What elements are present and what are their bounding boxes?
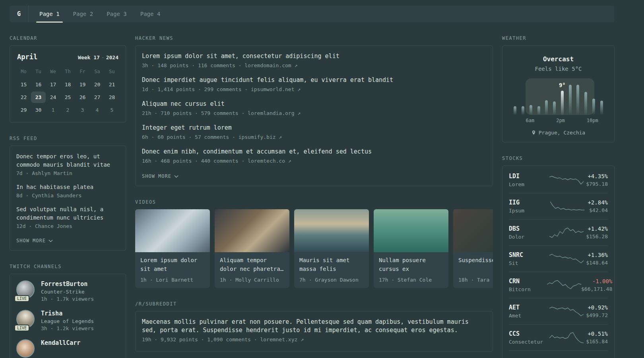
calendar-day: 29: [16, 104, 31, 116]
stock-change: +4.35%: [586, 173, 608, 179]
stock-ticker: CRN: [509, 278, 547, 285]
rss-show-more-button[interactable]: SHOW MORE: [16, 238, 53, 243]
hackernews-item-title[interactable]: Lorem ipsum dolor sit amet, consectetur …: [142, 52, 486, 60]
hackernews-show-more-button[interactable]: SHOW MORE: [142, 173, 178, 179]
video-title: Mauris sit amet massa felis: [299, 256, 364, 274]
twitch-channel[interactable]: LIVETrishaLeague of Legends3h · 1.2k vie…: [16, 310, 119, 331]
weather-bar: [537, 106, 540, 115]
weather-bar-cell: [597, 84, 605, 115]
calendar-day: 25: [60, 91, 75, 103]
hackernews-item-meta: 3h · 148 points · 116 comments · loremdo…: [142, 62, 486, 68]
calendar-grid: MoTuWeThFrSaSu15161718192021222324252627…: [16, 66, 119, 116]
rss-item-title[interactable]: Donec tempor eros leo, ut commodo mauris…: [16, 152, 119, 169]
weather-bar-cell: [551, 84, 559, 115]
twitch-avatar-wrap: [16, 339, 35, 358]
weather-bar-cell: [543, 84, 551, 115]
nav-tab-page-2[interactable]: Page 2: [69, 6, 97, 22]
stock-row-crn: CRNBitcorn-1.00%$66,171.48: [509, 272, 608, 298]
weekday-label: Su: [105, 66, 119, 78]
hackernews-item-title[interactable]: Donec imperdiet augue tincidunt felis al…: [142, 76, 486, 84]
twitch-channel[interactable]: LIVEForrestBurtonCounter-Strike1h · 1.7k…: [16, 280, 119, 302]
stock-sparkline: [547, 356, 588, 358]
stock-sparkline: [547, 227, 586, 239]
weather-bar: [530, 105, 532, 115]
center-column: HACKER NEWS Lorem ipsum dolor sit amet, …: [135, 22, 493, 352]
weather-bar-cell: [566, 84, 574, 115]
top-nav: G Page 1Page 2Page 3Page 4: [10, 6, 615, 22]
stock-change: +1.36%: [586, 252, 608, 258]
calendar-week-label: Week 17: [78, 54, 100, 60]
video-thumbnail-hands-holding-camera: [215, 209, 289, 252]
separator-dot: ·: [100, 54, 106, 60]
hackernews-item-title[interactable]: Integer eget rutrum lorem: [142, 124, 486, 132]
twitch-channel-meta: 3h · 1.2k viewers: [41, 325, 94, 331]
twitch-channel-name[interactable]: ForrestBurton: [41, 280, 94, 288]
twitch-channel-name[interactable]: Trisha: [41, 310, 94, 317]
video-thumbnail-canoe-green-water: [374, 209, 448, 252]
stock-row-aet: AETAmet+0.92%$499.72: [509, 298, 608, 325]
stock-change: -1.00%: [581, 278, 612, 284]
stocks-widget: LDILorem+4.35%$795.18IIGIpsum+2.84%$42.0…: [502, 165, 615, 358]
video-card[interactable]: Aliquam tempor dolor nec pharetra…1h · M…: [215, 209, 289, 288]
twitch-channel-name[interactable]: KendallCarr: [41, 339, 80, 346]
video-title: Aliquam tempor dolor nec pharetra…: [220, 256, 284, 274]
weather-time-label: [549, 118, 556, 123]
video-meta: 1h · Molly Carrillo: [220, 277, 284, 283]
subreddit-post-title[interactable]: Maecenas mollis pulvinar erat non posuer…: [142, 318, 486, 335]
rss-item-title[interactable]: In hac habitasse platea: [16, 183, 119, 191]
weather-bar: [545, 100, 548, 115]
subreddit-posts: Maecenas mollis pulvinar erat non posuer…: [142, 318, 486, 342]
weather-bar: [522, 106, 524, 115]
video-card[interactable]: Lorem ipsum dolor sit amet consectetu…1h…: [135, 209, 210, 288]
weather-time-labels: 6am 2pm 10pm: [511, 118, 605, 123]
stock-values: -1.00%$66,171.48: [581, 278, 612, 292]
twitch-channel-meta: 1h · 1.7k viewers: [41, 296, 94, 302]
weather-bar: [576, 85, 579, 115]
weather-location: Prague, Czechia: [509, 130, 608, 136]
video-card[interactable]: Mauris sit amet massa felis7h · Grayson …: [294, 209, 369, 288]
weather-bar-cell: [574, 84, 582, 115]
twitch-section-title: TWITCH CHANNELS: [10, 264, 126, 269]
nav-tabs: Page 1Page 2Page 3Page 4: [29, 6, 167, 22]
nav-tab-page-3[interactable]: Page 3: [103, 6, 131, 22]
subreddit-section-title: /R/SUBREDDIT: [135, 301, 493, 307]
stock-values: +0.51%$165.84: [586, 331, 608, 344]
stocks-list: LDILorem+4.35%$795.18IIGIpsum+2.84%$42.0…: [509, 167, 608, 358]
stock-row-ccs: CCSConsectetur+0.51%$165.84: [509, 325, 608, 351]
video-title: Suspendisse diam: [458, 256, 493, 274]
rss-item-meta: 7d · Ashlyn Martin: [16, 170, 119, 176]
weather-bar-cell: [511, 84, 519, 115]
show-more-label: SHOW MORE: [16, 238, 46, 243]
weather-bar-cell: [559, 84, 566, 115]
weather-chart: 9°: [511, 84, 605, 115]
video-card[interactable]: Nullam posuere cursus ex17h · Stefan Col…: [374, 209, 448, 288]
stock-change: +0.92%: [586, 304, 608, 311]
stock-ticker: SNRC: [509, 251, 547, 259]
twitch-channel[interactable]: KendallCarr: [16, 339, 119, 358]
stock-values: +4.35%$795.18: [586, 173, 608, 187]
twitch-channel-info: KendallCarr: [41, 339, 80, 358]
calendar-section-title: CALENDAR: [10, 35, 126, 41]
weather-time-label: [542, 118, 549, 123]
weather-bar: [514, 106, 516, 115]
stock-name: Bitcorn: [509, 286, 547, 292]
nav-tab-page-4[interactable]: Page 4: [136, 6, 165, 22]
nav-tab-page-1[interactable]: Page 1: [35, 6, 64, 22]
stock-row-snrc: SNRCSit+1.36%$148.64: [509, 246, 608, 272]
rss-item-title[interactable]: Sed volutpat nulla nisl, a condimentum n…: [16, 205, 119, 222]
chevron-down-icon: [48, 239, 53, 242]
video-card[interactable]: Suspendisse diam18h · Tara: [453, 209, 493, 288]
weather-time-label: [598, 118, 605, 123]
rss-item-meta: 8d · Cynthia Saunders: [16, 193, 119, 198]
hackernews-item-title[interactable]: Donec enim nibh, condimentum et accumsan…: [142, 148, 486, 156]
weather-bar: [553, 101, 556, 115]
live-badge: LIVE: [14, 325, 29, 331]
weather-time-label: [518, 118, 526, 123]
stock-name: Amet: [509, 313, 547, 319]
video-thumbnail-sea-boat-wake: [294, 209, 369, 252]
twitch-avatar-wrap: LIVE: [16, 310, 35, 328]
hackernews-item-title[interactable]: Aliquam nec cursus elit: [142, 100, 486, 108]
stock-sparkline: [547, 253, 586, 265]
stock-row-iig: IIGIpsum+2.84%$42.04: [509, 193, 608, 220]
calendar-day: 28: [105, 91, 119, 103]
